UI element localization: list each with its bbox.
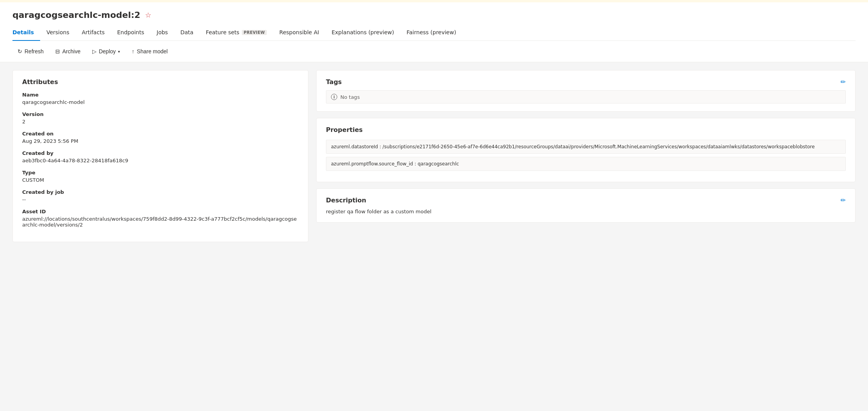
- archive-button[interactable]: ⊟ Archive: [50, 46, 86, 57]
- tab-feature-sets-label: Feature sets: [206, 29, 239, 35]
- left-panel: Attributes Name qaragcogsearchlc-model V…: [12, 70, 308, 403]
- tab-versions[interactable]: Versions: [40, 26, 76, 41]
- tab-feature-sets-preview-badge: PREVIEW: [242, 30, 267, 35]
- attr-created-on-label: Created on: [22, 131, 299, 137]
- archive-icon: ⊟: [55, 48, 60, 54]
- tab-endpoints-label: Endpoints: [117, 29, 144, 35]
- tab-fairness-label: Fairness (preview): [407, 29, 456, 35]
- attr-name-value: qaragcogsearchlc-model: [22, 99, 299, 105]
- tab-versions-label: Versions: [46, 29, 69, 35]
- share-model-button[interactable]: ↑ Share model: [127, 46, 173, 57]
- attr-created-by-job-label: Created by job: [22, 189, 299, 195]
- attr-created-by-value: aeb3fbc0-4a64-4a78-8322-28418fa618c9: [22, 158, 299, 163]
- tab-explanations-label: Explanations (preview): [331, 29, 394, 35]
- refresh-button[interactable]: ↻ Refresh: [12, 46, 49, 57]
- attr-name-label: Name: [22, 92, 299, 98]
- description-header-row: Description ✏: [326, 197, 846, 204]
- page-title: qaragcogsearchlc-model:2: [12, 10, 140, 20]
- tab-endpoints[interactable]: Endpoints: [111, 26, 151, 41]
- tags-title: Tags: [326, 78, 342, 86]
- attr-created-by-job-group: Created by job --: [22, 189, 299, 202]
- attributes-title: Attributes: [22, 78, 299, 86]
- tab-feature-sets[interactable]: Feature setsPREVIEW: [200, 26, 273, 41]
- tab-jobs-label: Jobs: [157, 29, 168, 35]
- property-row-0: azureml.datastoreId : /subscriptions/e21…: [326, 140, 846, 154]
- tabs-nav: DetailsVersionsArtifactsEndpointsJobsDat…: [12, 26, 856, 41]
- favorite-star-icon[interactable]: ☆: [145, 11, 151, 19]
- tab-responsible-ai-label: Responsible AI: [279, 29, 319, 35]
- deploy-button[interactable]: ▷ Deploy ▾: [87, 46, 125, 57]
- tab-explanations[interactable]: Explanations (preview): [325, 26, 400, 41]
- attr-version-value: 2: [22, 119, 299, 125]
- tab-details[interactable]: Details: [12, 26, 40, 41]
- attr-type-group: Type CUSTOM: [22, 170, 299, 183]
- attr-created-by-group: Created by aeb3fbc0-4a64-4a78-8322-28418…: [22, 150, 299, 163]
- tab-jobs[interactable]: Jobs: [150, 26, 174, 41]
- no-tags-row: i No tags: [326, 90, 846, 104]
- attr-asset-id-group: Asset ID azureml://locations/southcentra…: [22, 209, 299, 228]
- no-tags-text: No tags: [340, 94, 360, 100]
- attr-type-value: CUSTOM: [22, 177, 299, 183]
- attr-created-on-value: Aug 29, 2023 5:56 PM: [22, 138, 299, 144]
- properties-list: azureml.datastoreId : /subscriptions/e21…: [326, 140, 846, 171]
- tab-details-label: Details: [12, 29, 34, 35]
- attr-version-group: Version 2: [22, 111, 299, 125]
- attr-asset-id-value: azureml://locations/southcentralus/works…: [22, 216, 299, 228]
- tab-artifacts-label: Artifacts: [82, 29, 105, 35]
- attr-type-label: Type: [22, 170, 299, 176]
- properties-title: Properties: [326, 126, 846, 133]
- attr-created-on-group: Created on Aug 29, 2023 5:56 PM: [22, 131, 299, 144]
- attr-name-group: Name qaragcogsearchlc-model: [22, 92, 299, 105]
- tab-responsible-ai[interactable]: Responsible AI: [273, 26, 325, 41]
- share-icon: ↑: [132, 48, 134, 54]
- right-panel: Tags ✏ i No tags Properties azureml.data…: [316, 70, 856, 403]
- deploy-icon: ▷: [92, 48, 97, 54]
- tab-artifacts[interactable]: Artifacts: [76, 26, 111, 41]
- tags-edit-icon[interactable]: ✏: [841, 78, 846, 86]
- tags-card: Tags ✏ i No tags: [316, 70, 856, 112]
- tab-fairness[interactable]: Fairness (preview): [400, 26, 462, 41]
- chevron-down-icon: ▾: [118, 49, 120, 54]
- attr-created-by-label: Created by: [22, 150, 299, 156]
- attr-created-by-job-value: --: [22, 197, 299, 202]
- description-card: Description ✏ register qa flow folder as…: [316, 188, 856, 223]
- description-text: register qa flow folder as a custom mode…: [326, 209, 846, 214]
- properties-card: Properties azureml.datastoreId : /subscr…: [316, 118, 856, 182]
- tab-data-label: Data: [180, 29, 193, 35]
- refresh-icon: ↻: [18, 48, 22, 54]
- tags-header-row: Tags ✏: [326, 78, 846, 86]
- attributes-card: Attributes Name qaragcogsearchlc-model V…: [12, 70, 308, 242]
- info-circle-icon: i: [331, 94, 337, 100]
- description-title: Description: [326, 197, 366, 204]
- description-edit-icon[interactable]: ✏: [841, 197, 846, 204]
- tab-data[interactable]: Data: [174, 26, 199, 41]
- attr-asset-id-label: Asset ID: [22, 209, 299, 214]
- content-area: Attributes Name qaragcogsearchlc-model V…: [0, 62, 868, 411]
- toolbar: ↻ Refresh ⊟ Archive ▷ Deploy ▾ ↑ Share m…: [0, 41, 868, 62]
- attr-version-label: Version: [22, 111, 299, 117]
- property-row-1: azureml.promptflow.source_flow_id : qara…: [326, 157, 846, 171]
